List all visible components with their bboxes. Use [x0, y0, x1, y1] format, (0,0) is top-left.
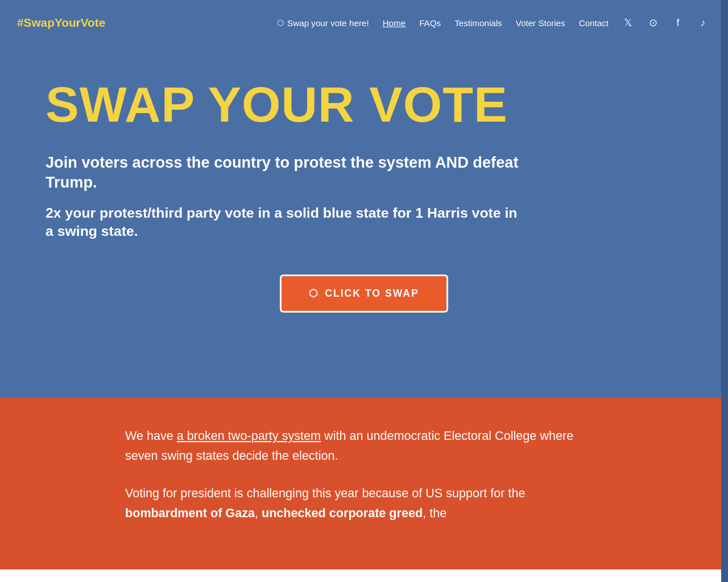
- nav-links: Swap your vote here! Home FAQs Testimoni…: [277, 18, 609, 28]
- social-tiktok-icon[interactable]: ♪: [695, 15, 711, 31]
- hero-title: SWAP YOUR VOTE: [46, 80, 682, 130]
- nav-link-home[interactable]: Home: [383, 18, 406, 28]
- content-paragraph-2: Voting for president is challenging this…: [125, 484, 603, 523]
- content-p1-pre: We have: [125, 429, 177, 443]
- content-section: We have a broken two-party system with a…: [0, 398, 728, 569]
- hero-section: SWAP YOUR VOTE Join voters across the co…: [0, 45, 728, 398]
- hero-description: 2x your protest/third party vote in a so…: [46, 204, 529, 240]
- scrollbar-strip[interactable]: [721, 0, 728, 569]
- nav-link-faqs[interactable]: FAQs: [419, 18, 441, 28]
- content-p2-strong2: unchecked corporate greed: [262, 506, 423, 520]
- content-p2-pre: Voting for president is challenging this…: [125, 486, 525, 500]
- cta-label: CLICK TO SWAP: [325, 288, 419, 300]
- cta-icon: ⬡: [309, 288, 319, 300]
- nav-link-testimonials[interactable]: Testimonials: [454, 18, 502, 28]
- content-p2-mid: ,: [255, 506, 262, 520]
- content-p2-strong1: bombardment of Gaza: [125, 506, 255, 520]
- content-paragraph-1: We have a broken two-party system with a…: [125, 426, 603, 465]
- nav-social: 𝕏 ⊙ f ♪: [620, 15, 711, 31]
- click-to-swap-button[interactable]: ⬡ CLICK TO SWAP: [280, 275, 448, 313]
- nav-swap-link[interactable]: Swap your vote here!: [277, 18, 369, 28]
- content-p2-post: , the: [423, 506, 446, 520]
- social-instagram-icon[interactable]: ⊙: [645, 15, 661, 31]
- social-x-icon[interactable]: 𝕏: [620, 15, 636, 31]
- nav-logo[interactable]: #SwapYourVote: [17, 16, 105, 30]
- nav-link-voter-stories[interactable]: Voter Stories: [516, 18, 565, 28]
- social-facebook-icon[interactable]: f: [670, 15, 686, 31]
- hero-subtitle: Join voters across the country to protes…: [46, 152, 529, 193]
- nav-link-contact[interactable]: Contact: [579, 18, 609, 28]
- navbar: #SwapYourVote Swap your vote here! Home …: [0, 0, 728, 45]
- broken-two-party-link[interactable]: a broken two-party system: [177, 429, 321, 443]
